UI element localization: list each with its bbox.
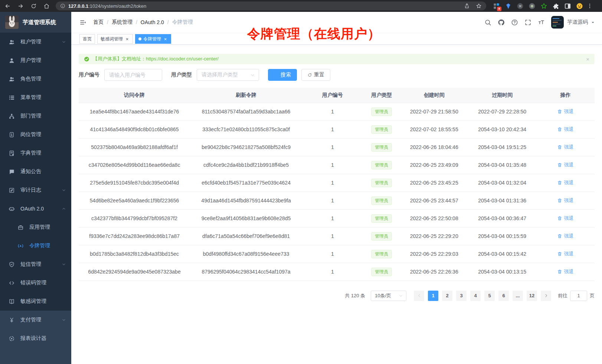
cell-create-time: 2022-06-26 18:04:46 [400, 138, 468, 156]
token-table: 访问令牌刷新令牌用户编号用户类型创建时间过期时间操作 1ea5e44f8bc14… [79, 88, 595, 281]
sidebar-item-租户管理[interactable]: 租户管理 [0, 33, 71, 51]
split-square-icon[interactable] [564, 3, 571, 10]
page-button-6[interactable]: 6 [498, 291, 509, 301]
share-icon[interactable] [464, 3, 470, 9]
cell-user-id: 1 [302, 263, 363, 281]
force-logout-button[interactable]: 强退 [557, 108, 573, 115]
user-type-badge: 管理员 [371, 196, 392, 205]
github-icon[interactable] [498, 19, 505, 26]
sidebar-item-label: 报表设计器 [20, 335, 46, 342]
sidebar-item-角色管理[interactable]: 角色管理 [0, 70, 71, 88]
force-logout-button[interactable]: 强退 [557, 144, 573, 150]
page-size-select[interactable]: 10条/页 [371, 291, 406, 301]
force-logout-button[interactable]: 强退 [557, 268, 573, 275]
browser-menu-icon[interactable] [587, 3, 593, 9]
sidebar-item-用户管理[interactable]: 用户管理 [0, 51, 71, 70]
table-header-row: 访问令牌刷新令牌用户编号用户类型创建时间过期时间操作 [79, 88, 595, 103]
fullscreen-icon[interactable] [524, 19, 531, 26]
force-logout-button[interactable]: 强退 [557, 215, 573, 222]
chevron-right-icon [544, 293, 549, 298]
force-logout-button[interactable]: 强退 [557, 162, 573, 168]
breadcrumb-item[interactable]: 首页 [93, 19, 104, 26]
site-info-icon[interactable] [60, 3, 65, 9]
user-id-input[interactable] [104, 69, 162, 81]
cell-access-token: c342377bf8b344799dcbf7bf095287f2 [79, 209, 190, 227]
sidebar-item-令牌管理[interactable]: A 令牌管理 [0, 236, 71, 255]
sidebar-item-通知公告[interactable]: 通知公告 [0, 162, 71, 181]
ext-grid-icon[interactable]: 9 [493, 3, 500, 10]
emoji-icon[interactable] [576, 3, 583, 10]
page-button-4[interactable]: 4 [470, 291, 481, 301]
reload-icon[interactable] [30, 3, 37, 9]
column-header: 操作 [536, 88, 595, 103]
force-logout-button[interactable]: 强退 [557, 233, 573, 239]
sidebar-item-部门管理[interactable]: 部门管理 [0, 107, 71, 125]
alert-close-icon[interactable]: × [586, 56, 589, 62]
goto-page-input[interactable] [570, 291, 587, 301]
tab-令牌管理[interactable]: 令牌管理× [135, 34, 171, 44]
cell-create-time: 2022-06-25 23:49:09 [400, 156, 468, 174]
page-button-1[interactable]: 1 [428, 291, 438, 301]
back-icon[interactable] [4, 3, 11, 9]
sidebar-item-应用管理[interactable]: 应用管理 [0, 218, 71, 236]
green-star-icon[interactable] [540, 3, 547, 10]
force-logout-button[interactable]: 强退 [557, 197, 573, 204]
sidebar-item-菜单管理[interactable]: 菜单管理 [0, 88, 71, 107]
user-avatar[interactable] [551, 16, 564, 29]
url-bar[interactable]: 127.0.0.1:1024/system/oauth2/token [56, 1, 486, 10]
alert-doc-link[interactable]: https://doc.iocoder.cn/user-center/ [146, 56, 219, 62]
cell-refresh-token: dfa6c71a50a54c66bef706ef9e6e8d81 [190, 227, 302, 245]
cell-user-type: 管理员 [363, 263, 400, 281]
cell-expire-time: 2054-03-04 01:35:48 [468, 156, 536, 174]
sidebar-item-OAuth 2.0[interactable]: OAuth 2.0 [0, 199, 71, 218]
sidebar-item-敏感词管理[interactable]: 敏感词管理 [0, 292, 71, 311]
sidebar-item-审计日志[interactable]: 审计日志 [0, 181, 71, 199]
next-page-button[interactable] [541, 291, 551, 301]
user-type-select[interactable]: 请选择用户类型 [197, 69, 259, 81]
tab-close-icon[interactable]: × [163, 37, 168, 42]
page-button-5[interactable]: 5 [484, 291, 495, 301]
chevron-down-icon [62, 40, 66, 44]
sidebar-item-label: 敏感词管理 [20, 298, 46, 305]
sidebar-item-错误码管理[interactable]: 错误码管理 [0, 274, 71, 292]
gem-icon[interactable] [505, 3, 512, 10]
token-icon: A [17, 243, 24, 249]
url-host: 127.0.0.1 [68, 3, 88, 9]
dot-circle-icon[interactable] [529, 3, 536, 10]
sidebar-fold-icon[interactable] [79, 19, 86, 26]
force-logout-button[interactable]: 强退 [557, 126, 573, 133]
home-icon[interactable] [43, 3, 50, 9]
help-icon[interactable] [511, 19, 518, 26]
force-logout-button[interactable]: 强退 [557, 179, 573, 186]
sidebar-item-报表设计器[interactable]: 报表设计器 [0, 329, 71, 348]
puzzle-icon[interactable] [552, 3, 559, 10]
prev-page-button[interactable] [414, 291, 424, 301]
cell-access-token: 275e5de9151045fe87cbdc395e004f4d [79, 174, 190, 192]
sidebar-item-字典管理[interactable]: 字典管理 [0, 144, 71, 162]
search-button[interactable]: 搜索 [268, 69, 297, 81]
username[interactable]: 芋道源码 [567, 19, 588, 26]
page-button-3[interactable]: 3 [456, 291, 467, 301]
bookmark-star-icon[interactable] [476, 3, 482, 9]
fontsize-icon[interactable] [538, 19, 545, 26]
tab-close-icon[interactable]: × [125, 37, 130, 42]
reset-button[interactable]: 重置 [301, 69, 330, 81]
sidebar-item-支付管理[interactable]: 支付管理 [0, 311, 71, 329]
tab-敏感词管理[interactable]: 敏感词管理× [97, 34, 133, 44]
page-button-2[interactable]: 2 [442, 291, 452, 301]
extension-badge: 9 [497, 7, 501, 11]
force-logout-button[interactable]: 强退 [557, 251, 573, 257]
breadcrumb-item[interactable]: OAuth 2.0 [141, 19, 164, 25]
forward-icon[interactable] [17, 3, 24, 9]
pager-ellipsis[interactable]: ... [513, 291, 523, 301]
page-button-12[interactable]: 12 [527, 291, 537, 301]
search-icon[interactable] [484, 19, 491, 26]
sidebar-item-岗位管理[interactable]: 岗位管理 [0, 125, 71, 144]
cmd-circle-icon[interactable]: ⌘ [517, 3, 524, 10]
sidebar-item-短信管理[interactable]: 短信管理 [0, 255, 71, 274]
breadcrumb-item[interactable]: 系统管理 [112, 19, 132, 26]
user-type-badge: 管理员 [371, 161, 392, 169]
cell-user-type: 管理员 [363, 156, 400, 174]
tab-首页[interactable]: 首页 [79, 34, 95, 44]
sidebar-item-label: 部门管理 [20, 113, 41, 119]
